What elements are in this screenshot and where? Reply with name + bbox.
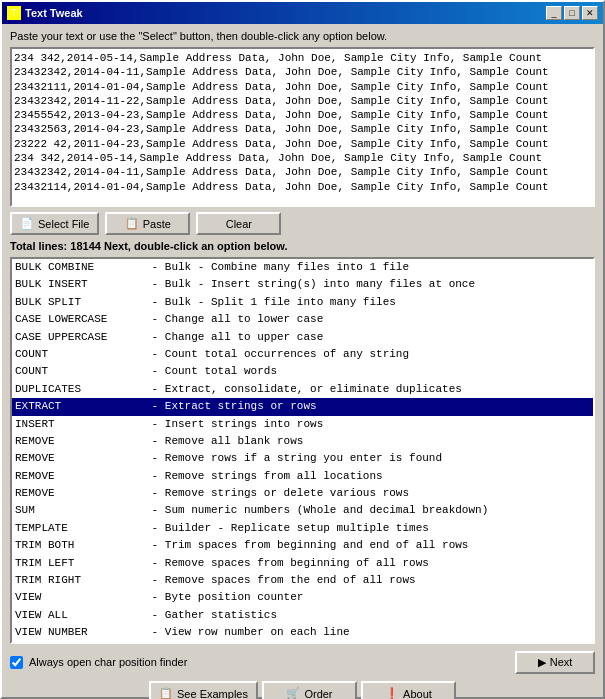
checkbox-row: Always open char position finder <box>10 656 187 669</box>
char-finder-label: Always open char position finder <box>29 656 187 668</box>
list-item[interactable]: VIEW - Byte position counter <box>12 589 593 606</box>
list-item-name: INSERT <box>15 417 145 432</box>
minimize-button[interactable]: _ <box>546 6 562 20</box>
list-item-desc: - Remove spaces from beginning of all ro… <box>145 557 429 569</box>
list-item-name: REMOVE <box>15 451 145 466</box>
list-item-desc: - Bulk - Split 1 file into many files <box>145 296 396 308</box>
list-item-name: BULK COMBINE <box>15 260 145 275</box>
list-item-desc: - Byte position counter <box>145 591 303 603</box>
list-item[interactable]: TRIM LEFT - Remove spaces from beginning… <box>12 555 593 572</box>
list-item-desc: - Extract strings or rows <box>145 400 317 412</box>
app-icon: T <box>7 6 21 20</box>
text-line: 23455542,2013-04-23,Sample Address Data,… <box>14 108 591 122</box>
list-item[interactable]: CASE LOWERCASE - Change all to lower cas… <box>12 311 593 328</box>
status-line: Total lines: 18144 Next, double-click an… <box>10 240 595 252</box>
examples-icon: 📋 <box>159 687 173 699</box>
list-item[interactable]: SUM - Sum numeric numbers (Whole and dec… <box>12 502 593 519</box>
list-item[interactable]: TEMPLATE - Builder - Replicate setup mul… <box>12 520 593 537</box>
clear-button[interactable]: Clear <box>196 212 281 235</box>
see-examples-button[interactable]: 📋 See Examples <box>149 681 258 699</box>
list-item-desc: - Remove strings from all locations <box>145 470 383 482</box>
text-line: 23432342,2014-11-22,Sample Address Data,… <box>14 94 591 108</box>
text-line: 234 342,2014-05-14,Sample Address Data, … <box>14 51 591 65</box>
list-item[interactable]: BULK SPLIT - Bulk - Split 1 file into ma… <box>12 294 593 311</box>
maximize-button[interactable]: □ <box>564 6 580 20</box>
list-item-desc: - Bulk - Combine many files into 1 file <box>145 261 409 273</box>
list-item[interactable]: EXTRACT - Extract strings or rows <box>12 398 593 415</box>
paste-icon: 📋 <box>125 217 139 230</box>
action-buttons-row: 📄 Select File 📋 Paste Clear <box>10 212 595 235</box>
list-item[interactable]: REMOVE - Remove strings or delete variou… <box>12 485 593 502</box>
list-item-desc: - Remove rows if a string you enter is f… <box>145 452 442 464</box>
list-item[interactable]: BULK INSERT - Bulk - Insert string(s) in… <box>12 276 593 293</box>
list-item-name: TRIM LEFT <box>15 556 145 571</box>
list-item-desc: - Trim spaces from beginning and end of … <box>145 539 468 551</box>
list-item-desc: - Remove all blank rows <box>145 435 303 447</box>
char-finder-checkbox[interactable] <box>10 656 23 669</box>
list-item-desc: - Bulk - Insert string(s) into many file… <box>145 278 475 290</box>
list-item-name: VIEW ALL <box>15 608 145 623</box>
window-title: Text Tweak <box>25 7 83 19</box>
list-item[interactable]: DUPLICATES - Extract, consolidate, or el… <box>12 381 593 398</box>
list-item-name: REMOVE <box>15 434 145 449</box>
list-item-name: TRIM RIGHT <box>15 573 145 588</box>
list-item[interactable]: REMOVE - Remove strings from all locatio… <box>12 468 593 485</box>
list-item-desc: - Remove strings or delete various rows <box>145 487 409 499</box>
list-item-name: REMOVE <box>15 469 145 484</box>
order-button[interactable]: 🛒 Order <box>262 681 357 699</box>
list-item-desc: - Gather statistics <box>145 609 277 621</box>
list-item-name: CASE LOWERCASE <box>15 312 145 327</box>
main-window: T Text Tweak _ □ ✕ Paste your text or us… <box>0 0 605 699</box>
text-line: 23432114,2014-01-04,Sample Address Data,… <box>14 180 591 194</box>
about-button[interactable]: ❗ About <box>361 681 456 699</box>
list-item[interactable]: VIEW ALL - Gather statistics <box>12 607 593 624</box>
order-icon: 🛒 <box>286 687 300 699</box>
list-item[interactable]: TRIM RIGHT - Remove spaces from the end … <box>12 572 593 589</box>
list-item-name: SUM <box>15 503 145 518</box>
list-item-name: TRIM BOTH <box>15 538 145 553</box>
title-bar-left: T Text Tweak <box>7 6 83 20</box>
text-line: 23432111,2014-01-04,Sample Address Data,… <box>14 80 591 94</box>
text-line: 234 342,2014-05-14,Sample Address Data, … <box>14 151 591 165</box>
list-item-name: VIEW NUMBER <box>15 625 145 640</box>
list-item[interactable]: COUNT - Count total words <box>12 363 593 380</box>
select-file-button[interactable]: 📄 Select File <box>10 212 99 235</box>
list-item[interactable]: COUNT - Count total occurrences of any s… <box>12 346 593 363</box>
list-item-desc: - Change all to upper case <box>145 331 323 343</box>
options-list-container: BULK COMBINE - Bulk - Combine many files… <box>10 257 595 644</box>
list-item-desc: - Extract, consolidate, or eliminate dup… <box>145 383 462 395</box>
next-button[interactable]: ▶ Next <box>515 651 595 674</box>
list-item-name: TEMPLATE <box>15 521 145 536</box>
options-list[interactable]: BULK COMBINE - Bulk - Combine many files… <box>12 259 593 642</box>
list-item-name: BULK SPLIT <box>15 295 145 310</box>
list-item[interactable]: INSERT - Insert strings into rows <box>12 416 593 433</box>
title-controls: _ □ ✕ <box>546 6 598 20</box>
list-item-name: DUPLICATES <box>15 382 145 397</box>
file-icon: 📄 <box>20 217 34 230</box>
list-item-desc: - Change all to lower case <box>145 313 323 325</box>
footer-buttons-row1: 📋 See Examples 🛒 Order ❗ About <box>10 681 595 699</box>
close-button[interactable]: ✕ <box>582 6 598 20</box>
text-line: 23222 42,2011-04-23,Sample Address Data,… <box>14 137 591 151</box>
list-item[interactable]: REMOVE - Remove all blank rows <box>12 433 593 450</box>
next-icon: ▶ <box>538 656 546 669</box>
text-line: 23432563,2014-04-23,Sample Address Data,… <box>14 122 591 136</box>
list-item[interactable]: BULK COMBINE - Bulk - Combine many files… <box>12 259 593 276</box>
list-item-desc: - Sum numeric numbers (Whole and decimal… <box>145 504 488 516</box>
list-item-name: BULK INSERT <box>15 277 145 292</box>
text-display-area[interactable]: 234 342,2014-05-14,Sample Address Data, … <box>12 49 593 205</box>
paste-button[interactable]: 📋 Paste <box>105 212 190 235</box>
about-icon: ❗ <box>385 687 399 699</box>
instructions-text: Paste your text or use the "Select" butt… <box>10 30 595 42</box>
list-item-name: COUNT <box>15 347 145 362</box>
list-item[interactable]: TRIM BOTH - Trim spaces from beginning a… <box>12 537 593 554</box>
list-item-name: REMOVE <box>15 486 145 501</box>
list-item[interactable]: VIEW NUMBER - View row number on each li… <box>12 624 593 641</box>
list-item-desc: - Count total words <box>145 365 277 377</box>
list-item-desc: - Builder - Replicate setup multiple tim… <box>145 522 429 534</box>
list-item[interactable]: CASE UPPERCASE - Change all to upper cas… <box>12 329 593 346</box>
list-item[interactable]: REMOVE - Remove rows if a string you ent… <box>12 450 593 467</box>
checkbox-next-row: Always open char position finder ▶ Next <box>10 649 595 676</box>
list-item-desc: - Insert strings into rows <box>145 418 323 430</box>
text-input-container: 234 342,2014-05-14,Sample Address Data, … <box>10 47 595 207</box>
